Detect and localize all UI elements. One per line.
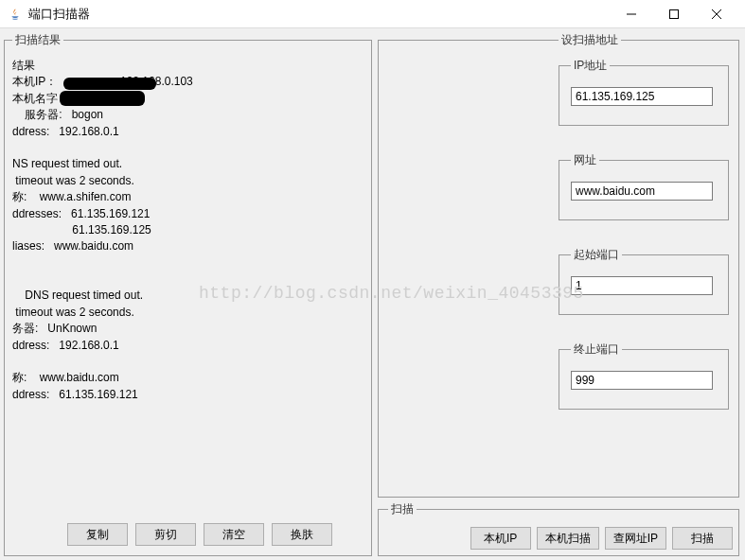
local-scan-button[interactable]: 本机扫描 bbox=[537, 527, 599, 550]
redacted-region bbox=[60, 91, 145, 106]
url-group: 网址 bbox=[559, 152, 729, 220]
start-port-input[interactable] bbox=[571, 276, 713, 295]
scan-button[interactable]: 扫描 bbox=[672, 527, 733, 550]
redacted-region bbox=[63, 78, 156, 90]
start-port-legend: 起始端口 bbox=[571, 247, 622, 263]
scan-action-group: 扫描 本机IP 本机扫描 查网址IP 扫描 bbox=[378, 501, 739, 556]
copy-button[interactable]: 复制 bbox=[67, 523, 128, 546]
scan-action-legend: 扫描 bbox=[388, 501, 417, 517]
svg-rect-0 bbox=[669, 9, 678, 18]
scan-result-legend: 扫描结果 bbox=[12, 32, 63, 48]
ip-address-legend: IP地址 bbox=[571, 58, 610, 74]
clear-button[interactable]: 清空 bbox=[204, 523, 264, 546]
titlebar: 端口扫描器 bbox=[0, 0, 745, 28]
lookup-url-ip-button[interactable]: 查网址IP bbox=[605, 527, 666, 550]
client-area: 扫描结果 结果 本机IP： 192.168.0.103 本机名字 服务器: bo… bbox=[0, 28, 745, 560]
left-panel: 扫描结果 结果 本机IP： 192.168.0.103 本机名字 服务器: bo… bbox=[4, 32, 372, 556]
right-panel: 设扫描地址 IP地址 网址 起始端口 终止端口 扫描 本机IP bbox=[378, 32, 739, 556]
url-legend: 网址 bbox=[571, 152, 599, 168]
scan-address-group: 设扫描地址 IP地址 网址 起始端口 终止端口 bbox=[378, 32, 739, 498]
scan-button-row: 本机IP 本机扫描 查网址IP 扫描 bbox=[388, 521, 733, 551]
java-app-icon bbox=[8, 7, 23, 22]
skin-button[interactable]: 换肤 bbox=[272, 523, 332, 546]
minimize-button[interactable] bbox=[610, 1, 652, 27]
ip-address-input[interactable] bbox=[571, 87, 713, 106]
scan-result-group: 扫描结果 结果 本机IP： 192.168.0.103 本机名字 服务器: bo… bbox=[4, 32, 372, 556]
end-port-legend: 终止端口 bbox=[571, 341, 622, 358]
ip-address-group: IP地址 bbox=[559, 58, 729, 126]
end-port-group: 终止端口 bbox=[559, 341, 729, 410]
end-port-input[interactable] bbox=[571, 371, 713, 390]
scan-address-legend: 设扫描地址 bbox=[559, 32, 621, 48]
cut-button[interactable]: 剪切 bbox=[135, 523, 196, 546]
url-input[interactable] bbox=[571, 182, 713, 201]
local-ip-button[interactable]: 本机IP bbox=[470, 527, 531, 550]
start-port-group: 起始端口 bbox=[559, 247, 729, 315]
maximize-button[interactable] bbox=[652, 1, 695, 27]
window-title: 端口扫描器 bbox=[28, 6, 90, 23]
close-button[interactable] bbox=[695, 1, 737, 27]
result-text-area[interactable]: 结果 本机IP： 192.168.0.103 本机名字 服务器: bogon d… bbox=[12, 56, 364, 517]
result-button-row: 复制 剪切 清空 换肤 bbox=[12, 517, 364, 548]
